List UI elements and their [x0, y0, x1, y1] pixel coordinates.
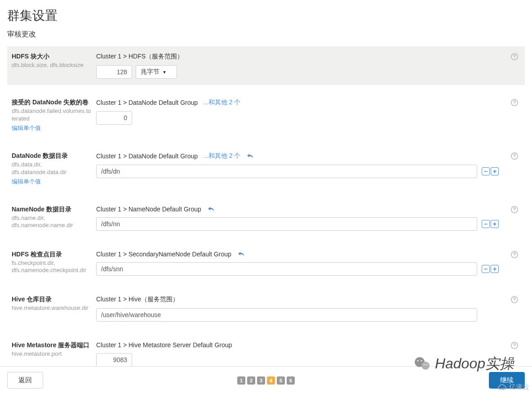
page-title: 群集设置	[7, 7, 525, 24]
add-button[interactable]: +	[491, 265, 499, 273]
pagination: 123456	[237, 376, 295, 385]
property-name: NameNode 数据目录	[12, 206, 92, 214]
property-desc: dfs.name.dir, dfs.namenode.name.dir	[12, 215, 92, 230]
help-icon[interactable]	[510, 251, 519, 259]
svg-point-5	[514, 157, 514, 158]
page-button[interactable]: 4	[267, 376, 275, 385]
svg-point-13	[514, 346, 514, 347]
value-input[interactable]	[96, 65, 132, 79]
property-name: DataNode 数据目录	[12, 152, 92, 160]
breadcrumb: Cluster 1 > DataNode Default Group...和其他…	[96, 98, 520, 107]
breadcrumb: Cluster 1 > SecondaryNameNode Default Gr…	[96, 251, 520, 258]
help-icon[interactable]	[510, 53, 519, 61]
setting-row: HDFS 检查点目录fs.checkpoint.dir, dfs.namenod…	[7, 244, 525, 282]
svg-point-3	[514, 104, 514, 104]
help-icon[interactable]	[510, 296, 519, 304]
setting-row: NameNode 数据目录dfs.name.dir, dfs.namenode.…	[7, 199, 525, 237]
property-desc: dfs.data.dir, dfs.datanode.data.dir	[12, 161, 92, 176]
svg-point-21	[426, 364, 427, 365]
svg-point-9	[514, 255, 514, 256]
edit-individual-link[interactable]: 编辑单个值	[12, 124, 41, 132]
svg-point-17	[421, 362, 430, 370]
undo-icon[interactable]	[247, 153, 254, 159]
breadcrumb: Cluster 1 > NameNode Default Group	[96, 206, 520, 213]
value-input[interactable]	[96, 217, 477, 231]
svg-point-1	[514, 58, 514, 58]
breadcrumb-extra-link[interactable]: ...和其他 2 个	[203, 152, 240, 160]
value-input[interactable]	[96, 353, 132, 367]
remove-button[interactable]: −	[482, 265, 490, 273]
setting-row: 接受的 DataNode 失败的卷dfs.datanode.failed.vol…	[7, 92, 525, 139]
cloud-icon	[497, 384, 507, 391]
property-desc: dfs.block.size, dfs.blocksize	[12, 62, 92, 69]
undo-icon[interactable]	[238, 251, 245, 257]
property-name: Hive 仓库目录	[12, 296, 92, 304]
brand-label: 亿速云	[497, 383, 529, 391]
value-input[interactable]	[96, 165, 477, 178]
property-desc: hive.metastore.warehouse.dir	[12, 304, 92, 312]
breadcrumb: Cluster 1 > HDFS（服务范围）	[96, 53, 520, 61]
page-button[interactable]: 6	[287, 376, 295, 385]
value-input[interactable]	[96, 262, 477, 276]
svg-point-7	[514, 210, 514, 211]
add-button[interactable]: +	[491, 220, 499, 228]
property-name: HDFS 检查点目录	[12, 251, 92, 259]
help-icon[interactable]	[510, 341, 519, 349]
page-button[interactable]: 3	[257, 376, 265, 385]
undo-icon[interactable]	[208, 206, 215, 212]
breadcrumb: Cluster 1 > DataNode Default Group...和其他…	[96, 152, 520, 160]
property-desc: dfs.datanode.failed.volumes.tolerated	[12, 107, 92, 123]
breadcrumb-extra-link[interactable]: ...和其他 2 个	[203, 98, 240, 107]
add-button[interactable]: +	[491, 167, 499, 175]
back-button[interactable]: 返回	[7, 372, 43, 389]
page-button[interactable]: 1	[237, 376, 245, 385]
remove-button[interactable]: −	[482, 220, 490, 228]
chevron-down-icon: ▼	[162, 70, 167, 75]
setting-row: Hive 仓库目录hive.metastore.warehouse.dirClu…	[7, 289, 525, 328]
setting-row: HDFS 块大小dfs.block.size, dfs.blocksizeClu…	[7, 46, 525, 85]
property-desc: hive.metastore.port	[12, 350, 92, 358]
help-icon[interactable]	[510, 206, 519, 214]
help-icon[interactable]	[510, 98, 519, 107]
svg-point-11	[514, 300, 514, 301]
value-input[interactable]	[96, 111, 132, 125]
property-name: HDFS 块大小	[12, 53, 92, 61]
wechat-icon	[413, 355, 431, 373]
page-button[interactable]: 5	[277, 376, 285, 385]
breadcrumb: Cluster 1 > Hive（服务范围）	[96, 296, 520, 304]
page-button[interactable]: 2	[247, 376, 255, 385]
breadcrumb: Cluster 1 > Hive Metastore Server Defaul…	[96, 341, 520, 349]
svg-point-20	[424, 364, 425, 365]
property-name: Hive Metastore 服务器端口	[12, 341, 92, 349]
svg-point-19	[421, 360, 422, 362]
unit-select[interactable]: 兆字节▼	[136, 65, 177, 79]
remove-button[interactable]: −	[482, 167, 490, 175]
property-name: 接受的 DataNode 失败的卷	[12, 98, 92, 107]
value-input[interactable]	[96, 308, 477, 322]
svg-point-18	[417, 360, 418, 362]
help-icon[interactable]	[510, 152, 519, 160]
watermark: Hadoop实操	[413, 354, 514, 374]
setting-row: DataNode 数据目录dfs.data.dir, dfs.datanode.…	[7, 146, 525, 192]
property-desc: fs.checkpoint.dir, dfs.namenode.checkpoi…	[12, 260, 92, 275]
sub-title: 审核更改	[7, 30, 525, 39]
edit-individual-link[interactable]: 编辑单个值	[12, 178, 41, 186]
